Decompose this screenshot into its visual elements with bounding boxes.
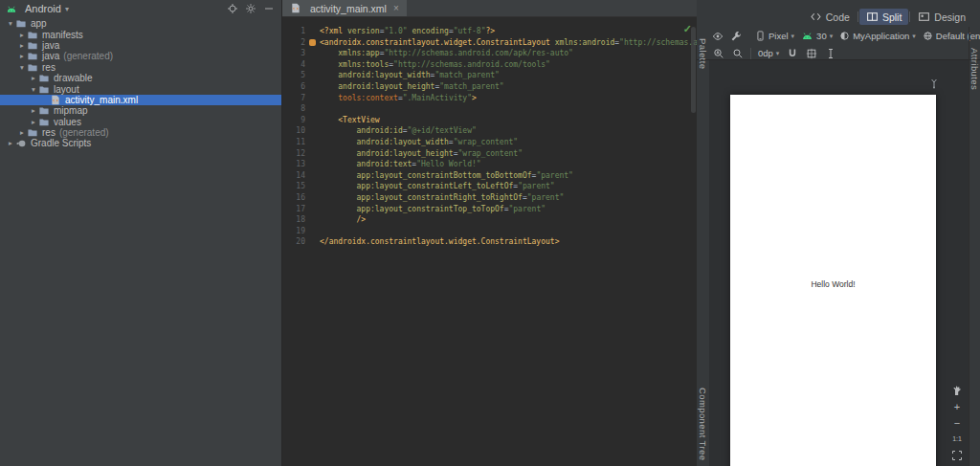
chevron-right-icon[interactable]: ▸ [6, 139, 15, 147]
line-number[interactable]: 3 [282, 48, 305, 59]
code-line-8[interactable]: 8 [282, 103, 697, 115]
line-number[interactable]: 1 [282, 26, 305, 37]
code-line-15[interactable]: 15 app:layout_constraintLeft_toLeftOf="p… [282, 181, 697, 192]
tree-item-gradle-scripts[interactable]: ▸Gradle Scripts [0, 138, 281, 148]
pan-button[interactable] [949, 384, 965, 397]
line-number[interactable]: 14 [282, 170, 305, 182]
tree-item-drawable[interactable]: ▸drawable [0, 73, 281, 83]
tree-item-res[interactable]: ▾res [0, 62, 281, 73]
gutter[interactable] [305, 170, 320, 182]
code-line-14[interactable]: 14 app:layout_constraintBottom_toBottomO… [282, 170, 697, 182]
chevron-down-icon[interactable]: ▾ [6, 19, 15, 28]
api-level-selector[interactable]: 30▾ [801, 31, 833, 41]
gutter[interactable] [305, 236, 320, 248]
gutter[interactable] [305, 137, 320, 148]
view-options-icon[interactable] [712, 30, 724, 42]
tree-item-res[interactable]: ▸res(generated) [0, 127, 281, 138]
line-number[interactable]: 7 [282, 93, 305, 104]
gutter[interactable] [305, 103, 320, 115]
line-number[interactable]: 16 [282, 192, 305, 204]
tree-item-values[interactable]: ▸values [0, 117, 281, 127]
gutter[interactable] [305, 159, 320, 170]
code-line-10[interactable]: 10 android:id="@+id/textView" [282, 125, 697, 137]
code-editor[interactable]: 1<?xml version="1.0" encoding="utf-8"?>2… [282, 17, 697, 447]
chevron-right-icon[interactable]: ▸ [17, 52, 27, 60]
code-line-4[interactable]: 4 xmlns:tools="http://schemas.android.co… [282, 59, 697, 71]
gutter[interactable] [305, 192, 320, 204]
tree-item-layout[interactable]: ▾layout [0, 83, 281, 94]
zoom-ratio-button[interactable]: 1:1 [949, 433, 965, 446]
code-line-11[interactable]: 11 android:layout_width="wrap_content" [282, 137, 697, 148]
zoom-out-button[interactable]: − [949, 416, 965, 430]
code-line-20[interactable]: 20</androidx.constraintlayout.widget.Con… [282, 236, 697, 248]
line-number[interactable]: 13 [282, 159, 305, 170]
line-number[interactable]: 8 [282, 103, 305, 115]
magnifier-icon[interactable] [731, 47, 744, 59]
project-view-selector[interactable]: Android [25, 3, 61, 14]
gutter[interactable] [305, 70, 320, 81]
gutter[interactable] [305, 125, 320, 137]
mode-tab-code[interactable]: Code [803, 9, 857, 25]
gutter[interactable] [305, 48, 320, 59]
gutter[interactable] [305, 148, 320, 160]
autoconnect-magnet-icon[interactable] [786, 47, 798, 59]
gutter[interactable] [305, 204, 320, 215]
tree-item-app[interactable]: ▾app [0, 18, 281, 29]
tab-palette[interactable]: Palette [698, 38, 708, 69]
code-line-9[interactable]: 9 <TextView [282, 115, 697, 126]
line-number[interactable]: 15 [282, 181, 305, 192]
line-number[interactable]: 17 [282, 204, 305, 215]
code-line-7[interactable]: 7 tools:context=".MainActivity"> [282, 93, 697, 104]
tree-item-mipmap[interactable]: ▸mipmap [0, 105, 281, 116]
line-number[interactable]: 5 [282, 70, 305, 81]
default-margins-selector[interactable]: 0dp▾ [758, 48, 779, 58]
code-line-18[interactable]: 18 /> [282, 214, 697, 226]
design-surface[interactable]: Hello World! + − 1:1 [709, 60, 969, 466]
line-number[interactable]: 2 [282, 37, 305, 49]
zoom-text-icon[interactable] [712, 47, 724, 59]
chevron-right-icon[interactable]: ▸ [17, 128, 27, 137]
device-selector[interactable]: Pixel▾ [755, 31, 794, 41]
code-line-12[interactable]: 12 android:layout_height="wrap_content" [282, 148, 697, 160]
mode-tab-design[interactable]: Design [911, 9, 972, 25]
settings-gear-button[interactable] [243, 2, 257, 16]
zoom-fit-button[interactable] [949, 449, 965, 462]
line-number[interactable]: 20 [282, 236, 305, 248]
chevron-right-icon[interactable]: ▸ [17, 31, 27, 39]
tab-activity-main-xml[interactable]: activity_main.xml × [282, 0, 407, 16]
chevron-right-icon[interactable]: ▸ [29, 118, 38, 126]
chevron-down-icon[interactable]: ▾ [29, 85, 38, 94]
line-number[interactable]: 4 [282, 59, 305, 71]
guidelines-icon[interactable] [805, 47, 817, 59]
locate-file-button[interactable] [225, 2, 239, 16]
line-number[interactable]: 12 [282, 148, 305, 160]
gutter[interactable] [305, 181, 320, 192]
chevron-down-icon[interactable]: ▾ [17, 63, 27, 72]
hide-panel-button[interactable] [261, 2, 276, 16]
gutter[interactable] [305, 226, 320, 237]
viewport-settings-icon[interactable] [730, 30, 742, 42]
gutter[interactable] [305, 115, 320, 126]
code-line-3[interactable]: 3 xmlns:app="http://schemas.android.com/… [282, 48, 697, 59]
close-tab-icon[interactable]: × [393, 3, 399, 13]
line-number[interactable]: 19 [282, 226, 305, 237]
tab-attributes[interactable]: Attributes [969, 48, 980, 90]
line-number[interactable]: 9 [282, 115, 305, 126]
tab-component-tree[interactable]: Component Tree [698, 388, 708, 460]
chevron-right-icon[interactable]: ▸ [29, 106, 38, 115]
tree-item-activity-main-xml[interactable]: activity_main.xml [0, 95, 281, 105]
gutter[interactable] [305, 93, 320, 104]
tree-item-manifests[interactable]: ▸manifests [0, 29, 281, 39]
text-cursor-icon[interactable] [824, 47, 836, 59]
code-line-2[interactable]: 2<androidx.constraintlayout.widget.Const… [282, 37, 697, 49]
code-line-1[interactable]: 1<?xml version="1.0" encoding="utf-8"?> [282, 26, 697, 37]
device-preview-artboard[interactable]: Hello World! [730, 95, 936, 466]
chevron-down-icon[interactable]: ▾ [65, 5, 69, 13]
gutter[interactable] [305, 81, 320, 93]
mode-tab-split[interactable]: Split [859, 9, 908, 25]
line-number[interactable]: 11 [282, 137, 305, 148]
tree-item-java[interactable]: ▸java [0, 40, 281, 51]
editor-scrollbar[interactable] [691, 27, 696, 113]
line-number[interactable]: 18 [282, 214, 305, 226]
gutter[interactable] [305, 37, 320, 49]
